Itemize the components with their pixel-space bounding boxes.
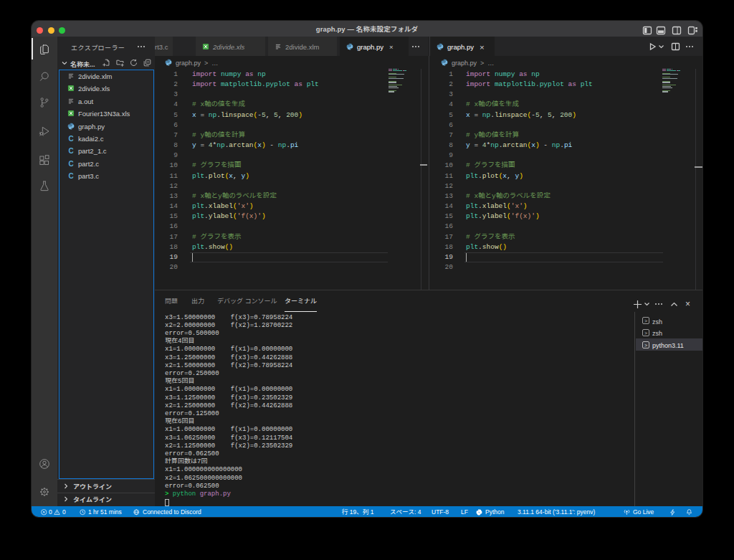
svg-text:C: C: [68, 160, 73, 168]
svg-text:C: C: [68, 172, 73, 180]
svg-text:C: C: [68, 135, 73, 143]
svg-text:C: C: [68, 147, 73, 155]
